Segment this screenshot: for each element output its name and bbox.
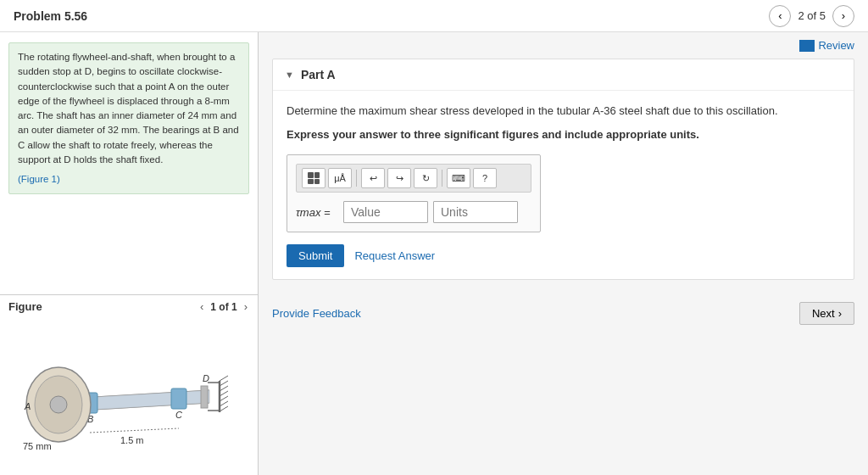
help-button[interactable]: ? [473, 168, 497, 188]
review-icon [799, 40, 815, 52]
bottom-row: Provide Feedback Next › [259, 293, 868, 333]
problem-title: Problem 5.56 [14, 9, 87, 23]
figure-svg: B C D 1.5 m [0, 318, 258, 475]
unit-button[interactable]: μÅ [328, 168, 352, 188]
part-a-section: ▼ Part A Determine the maximum shear str… [272, 59, 854, 280]
svg-text:A: A [24, 401, 31, 411]
svg-text:1.5 m: 1.5 m [120, 435, 144, 445]
problem-description-box: The rotating flywheel-and-shaft, when br… [8, 42, 249, 194]
review-button[interactable]: Review [799, 39, 854, 52]
request-answer-link[interactable]: Request Answer [354, 249, 435, 262]
top-header: Problem 5.56 ‹ 2 of 5 › [0, 0, 868, 32]
action-row: Submit Request Answer [287, 244, 840, 267]
svg-rect-6 [171, 388, 186, 409]
value-input[interactable] [343, 201, 428, 223]
submit-button[interactable]: Submit [287, 244, 344, 267]
toolbar-separator-1 [356, 170, 357, 187]
figure-nav: ‹ 1 of 1 › [198, 300, 249, 313]
next-button[interactable]: Next › [799, 302, 854, 325]
matrix-button[interactable] [302, 168, 326, 188]
left-panel: The rotating flywheel-and-shaft, when br… [0, 32, 259, 475]
right-panel: Review ▼ Part A Determine the maximum sh… [259, 32, 868, 475]
svg-rect-8 [201, 386, 208, 408]
toolbar-separator-2 [442, 170, 442, 187]
figure-page-info: 1 of 1 [210, 301, 236, 313]
prev-page-button[interactable]: ‹ [769, 5, 791, 27]
matrix-icon [308, 172, 320, 184]
svg-text:C: C [175, 410, 182, 420]
next-label: Next [812, 307, 835, 320]
input-row: τmax = [296, 201, 531, 223]
next-arrow-icon: › [838, 307, 842, 320]
part-a-title: Part A [301, 68, 336, 81]
units-input[interactable] [433, 201, 518, 223]
figure-header: Figure ‹ 1 of 1 › [0, 295, 258, 318]
review-area: Review [259, 32, 868, 59]
figure-image-area: B C D 1.5 m [0, 318, 258, 475]
undo-button[interactable]: ↩ [361, 168, 385, 188]
keyboard-button[interactable]: ⌨ [447, 168, 470, 188]
figure-next-button[interactable]: › [242, 300, 249, 313]
provide-feedback-link[interactable]: Provide Feedback [272, 307, 361, 320]
figure-prev-button[interactable]: ‹ [198, 300, 205, 313]
svg-text:75 mm: 75 mm [23, 441, 52, 451]
answer-toolbar: μÅ ↩ ↪ ↻ ⌨ ? [296, 164, 531, 193]
collapse-icon[interactable]: ▼ [285, 70, 294, 80]
part-a-header: ▼ Part A [273, 59, 854, 91]
figure-link[interactable]: (Figure 1) [18, 172, 240, 187]
svg-point-14 [50, 396, 67, 413]
answer-box: μÅ ↩ ↪ ↻ ⌨ ? [287, 154, 541, 232]
review-label: Review [818, 39, 854, 52]
svg-text:D: D [203, 373, 209, 383]
part-a-content: Determine the maximum shear stress devel… [273, 91, 854, 279]
refresh-button[interactable]: ↻ [414, 168, 437, 188]
instruction-text: Express your answer to three significant… [287, 126, 840, 143]
next-page-button[interactable]: › [832, 5, 854, 27]
problem-description-text: The rotating flywheel-and-shaft, when br… [18, 52, 239, 165]
figure-label: Figure [8, 300, 42, 313]
figure-section: Figure ‹ 1 of 1 › [0, 294, 258, 475]
page-info: 2 of 5 [798, 9, 826, 22]
pagination: ‹ 2 of 5 › [769, 5, 854, 27]
redo-button[interactable]: ↪ [387, 168, 411, 188]
equation-label: τmax = [296, 206, 338, 219]
question-text: Determine the maximum shear stress devel… [287, 103, 840, 120]
main-layout: The rotating flywheel-and-shaft, when br… [0, 32, 868, 475]
